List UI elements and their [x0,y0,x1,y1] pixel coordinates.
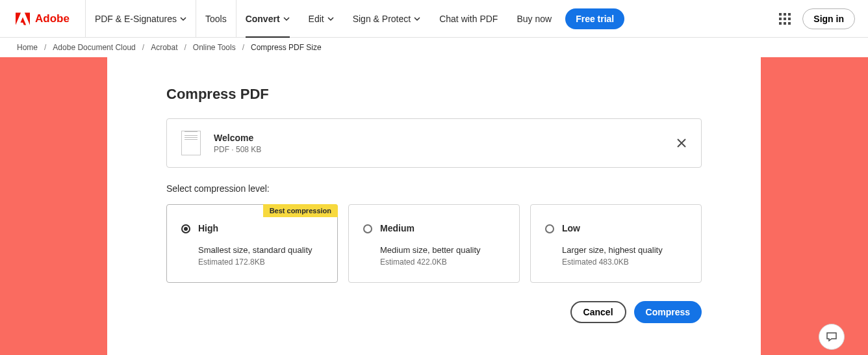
radio-low[interactable] [545,224,554,233]
nav-items: PDF & E-Signatures Tools Convert Edit Si… [86,0,779,37]
nav-sign-protect[interactable]: Sign & Protect [344,0,431,37]
nav-convert[interactable]: Convert [236,0,300,37]
breadcrumb-sep: / [44,43,46,52]
svg-rect-8 [788,22,791,25]
nav-label: Sign & Protect [353,14,411,24]
nav-label: Buy now [517,14,552,24]
chevron-down-icon [180,16,186,22]
svg-rect-6 [779,22,782,25]
breadcrumb-sep: / [242,43,244,52]
option-estimate: Estimated 483.0KB [562,257,663,267]
option-desc: Smallest size, standard quality [198,245,313,255]
file-card: Welcome PDF · 508 KB [166,118,702,168]
option-estimate: Estimated 422.0KB [380,257,481,267]
page-bg: Compress PDF Welcome PDF · 508 KB Select… [0,57,868,355]
nav-label: Chat with PDF [439,14,498,24]
option-low[interactable]: Low Larger size, highest quality Estimat… [530,204,702,283]
cancel-button[interactable]: Cancel [570,301,626,323]
breadcrumb: Home/ Adobe Document Cloud/ Acrobat/ Onl… [0,38,868,57]
nav-right: Sign in [779,8,855,29]
top-nav: Adobe PDF & E-Signatures Tools Convert E… [0,0,868,38]
section-label: Select compression level: [166,183,702,194]
option-title: Medium [380,223,481,233]
compress-button[interactable]: Compress [634,301,702,323]
option-estimate: Estimated 172.8KB [198,257,313,267]
breadcrumb-current: Compress PDF Size [251,43,322,52]
svg-rect-7 [784,22,786,25]
svg-rect-2 [788,13,791,16]
nav-pdf-esignatures[interactable]: PDF & E-Signatures [86,0,196,37]
radio-medium[interactable] [363,224,372,233]
svg-rect-0 [779,13,782,16]
sign-in-button[interactable]: Sign in [802,8,855,29]
close-icon[interactable] [676,138,687,148]
nav-label: PDF & E-Signatures [95,14,177,24]
svg-rect-5 [788,18,791,20]
chevron-down-icon [414,16,420,22]
option-title: Low [562,223,663,233]
option-high[interactable]: Best compression High Smallest size, sta… [166,204,338,283]
option-desc: Medium size, better quality [380,245,481,255]
nav-edit[interactable]: Edit [300,0,344,37]
breadcrumb-sep: / [184,43,186,52]
breadcrumb-doc-cloud[interactable]: Adobe Document Cloud [53,43,135,52]
breadcrumb-sep: / [142,43,144,52]
free-trial-button[interactable]: Free trial [565,8,624,29]
file-name: Welcome [214,133,663,143]
chevron-down-icon [327,16,334,22]
page-title: Compress PDF [166,86,702,103]
option-desc: Larger size, highest quality [562,245,663,255]
option-medium[interactable]: Medium Medium size, better quality Estim… [348,204,520,283]
action-row: Cancel Compress [166,301,702,323]
help-fab[interactable] [819,324,845,350]
svg-rect-3 [779,18,782,20]
content-card: Compress PDF Welcome PDF · 508 KB Select… [107,57,761,355]
option-title: High [198,223,313,233]
file-thumb-icon [181,131,201,155]
svg-rect-4 [784,18,786,20]
best-compression-badge: Best compression [263,204,338,217]
breadcrumb-acrobat[interactable]: Acrobat [151,43,177,52]
nav-label: Convert [246,14,280,24]
brand-section[interactable]: Adobe [0,0,86,37]
svg-rect-1 [784,13,786,16]
file-meta: PDF · 508 KB [214,145,663,154]
breadcrumb-home[interactable]: Home [17,43,38,52]
breadcrumb-online-tools[interactable]: Online Tools [193,43,236,52]
chevron-down-icon [283,16,290,22]
compression-options: Best compression High Smallest size, sta… [166,204,702,283]
nav-buy-now[interactable]: Buy now [507,0,561,37]
file-info: Welcome PDF · 508 KB [214,133,663,154]
nav-label: Tools [205,14,227,24]
adobe-logo-icon [16,12,30,25]
brand-name: Adobe [35,12,70,25]
apps-grid-icon[interactable] [779,13,791,25]
nav-chat-pdf[interactable]: Chat with PDF [430,0,507,37]
chat-icon [826,331,837,343]
radio-high[interactable] [181,224,190,233]
nav-label: Edit [309,14,324,24]
nav-tools[interactable]: Tools [196,0,236,37]
